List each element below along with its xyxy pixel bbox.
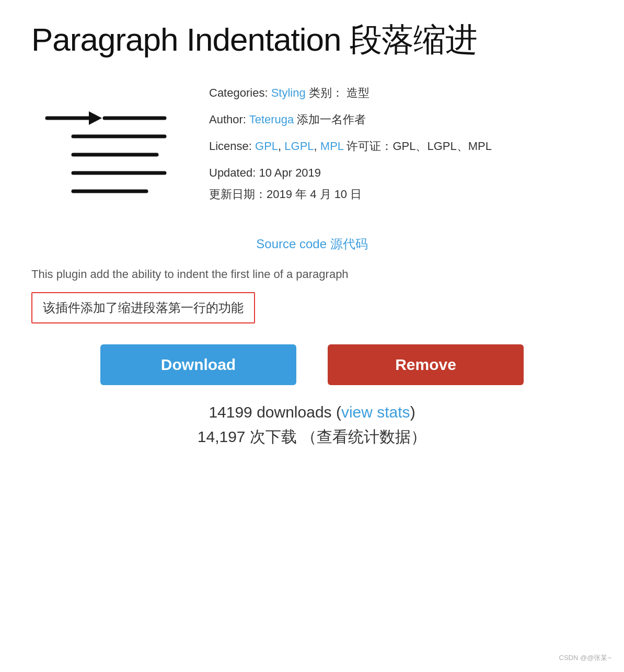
updated-en-row: Updated: 10 Apr 2019 [209, 164, 593, 181]
downloads-count: 14199 downloads [209, 403, 336, 421]
categories-text: 类别： 造型 [306, 86, 369, 99]
source-code-section: Source code 源代码 [31, 236, 593, 252]
updated-label: Updated: [209, 166, 256, 179]
buttons-section: Download Remove [31, 344, 593, 385]
categories-label: Categories: [209, 86, 268, 99]
categories-link[interactable]: Styling [271, 86, 306, 99]
author-link[interactable]: Teteruga [249, 113, 294, 126]
license-row: License: GPL, LGPL, MPL 许可证：GPL、LGPL、MPL [209, 137, 593, 155]
categories-row: Categories: Styling 类别： 造型 [209, 84, 593, 101]
license-text: 许可证：GPL、LGPL、MPL [343, 140, 492, 153]
updated-section: Updated: 10 Apr 2019 更新日期：2019 年 4 月 10 … [209, 164, 593, 203]
description-zh-box: 该插件添加了缩进段落第一行的功能 [31, 292, 255, 323]
updated-zh-row: 更新日期：2019 年 4 月 10 日 [209, 186, 593, 203]
description-zh: 该插件添加了缩进段落第一行的功能 [43, 300, 244, 315]
download-button[interactable]: Download [100, 344, 296, 385]
description-en: This plugin add the ability to indent th… [31, 265, 593, 283]
license-label: License: [209, 140, 252, 153]
downloads-zh-text: 14,197 次下载 （查看统计数据） [198, 428, 426, 445]
plugin-illustration [37, 89, 172, 204]
downloads-en-row: 14199 downloads (view stats) [31, 403, 593, 421]
license-link-gpl[interactable]: GPL [255, 140, 278, 153]
author-label: Author: [209, 113, 246, 126]
plugin-icon [31, 79, 178, 215]
remove-button[interactable]: Remove [328, 344, 524, 385]
plugin-metadata: Categories: Styling 类别： 造型 Author: Teter… [209, 79, 593, 207]
source-code-link[interactable]: Source code 源代码 [256, 237, 367, 251]
author-text: 添加一名作者 [294, 113, 366, 126]
watermark: CSDN @@张某~ [559, 653, 611, 663]
author-row: Author: Teteruga 添加一名作者 [209, 111, 593, 128]
plugin-info-section: Categories: Styling 类别： 造型 Author: Teter… [31, 79, 593, 215]
page-title: Paragraph Indentation 段落缩进 [31, 21, 593, 58]
license-link-mpl[interactable]: MPL [320, 140, 343, 153]
downloads-zh-row: 14,197 次下载 （查看统计数据） [31, 426, 593, 448]
downloads-section: 14199 downloads (view stats) 14,197 次下载 … [31, 403, 593, 448]
view-stats-link[interactable]: view stats [341, 403, 410, 421]
svg-marker-1 [89, 111, 102, 125]
updated-zh-text: 更新日期：2019 年 4 月 10 日 [209, 188, 362, 201]
license-link-lgpl[interactable]: LGPL [284, 140, 314, 153]
updated-date: 10 Apr 2019 [259, 166, 321, 179]
